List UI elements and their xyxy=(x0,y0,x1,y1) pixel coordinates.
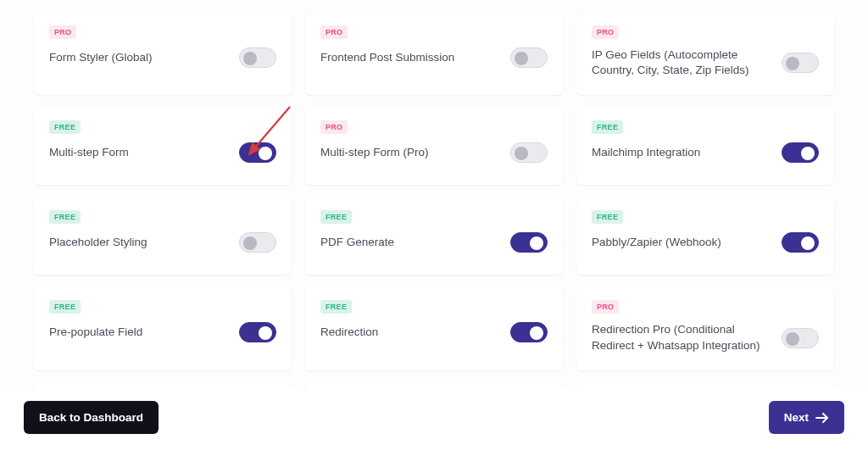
feature-toggle[interactable] xyxy=(782,328,819,348)
tier-badge-pro: PRO xyxy=(320,120,348,134)
feature-card: PRO Form Styler (Global) xyxy=(34,14,292,95)
feature-grid: PRO Form Styler (Global) PRO Frontend Po… xyxy=(0,0,868,418)
tier-badge-free: FREE xyxy=(49,120,81,134)
feature-card: FREE Multi-step Form xyxy=(34,108,292,185)
feature-card: FREE Placeholder Styling xyxy=(34,198,292,275)
tier-badge-pro: PRO xyxy=(592,25,619,39)
feature-title: Mailchimp Integration xyxy=(592,145,700,160)
feature-toggle[interactable] xyxy=(239,322,276,342)
feature-card: FREE Mailchimp Integration xyxy=(576,108,834,185)
feature-title: Multi-step Form xyxy=(49,145,129,160)
feature-toggle[interactable] xyxy=(510,232,548,253)
feature-title: Redirection Pro (Conditional Redirect + … xyxy=(592,322,761,353)
feature-title: IP Geo Fields (Autocomplete Country, Cit… xyxy=(592,47,761,78)
feature-card: PRO IP Geo Fields (Autocomplete Country,… xyxy=(576,14,834,95)
feature-toggle[interactable] xyxy=(510,142,548,163)
feature-title: Multi-step Form (Pro) xyxy=(320,145,429,160)
tier-badge-pro: PRO xyxy=(49,25,76,39)
next-button-label: Next xyxy=(784,411,809,424)
feature-title: Form Styler (Global) xyxy=(49,50,153,65)
feature-title: Frontend Post Submission xyxy=(320,50,454,65)
tier-badge-free: FREE xyxy=(49,210,81,224)
feature-title: Redirection xyxy=(320,325,378,340)
arrow-right-icon xyxy=(815,413,829,423)
tier-badge-pro: PRO xyxy=(592,300,619,314)
tier-badge-free: FREE xyxy=(49,300,81,314)
feature-toggle[interactable] xyxy=(510,47,548,68)
footer-bar: Back to Dashboard Next xyxy=(0,389,868,456)
tier-badge-free: FREE xyxy=(320,210,352,224)
feature-card: PRO Redirection Pro (Conditional Redirec… xyxy=(576,288,834,370)
feature-card: FREE Redirection xyxy=(305,288,563,370)
tier-badge-pro: PRO xyxy=(320,25,348,39)
feature-toggle[interactable] xyxy=(510,322,548,342)
next-button[interactable]: Next xyxy=(769,401,844,434)
feature-toggle[interactable] xyxy=(239,47,276,68)
feature-card: FREE Pre-populate Field xyxy=(34,288,292,370)
tier-badge-free: FREE xyxy=(320,300,352,314)
back-to-dashboard-button[interactable]: Back to Dashboard xyxy=(24,401,159,434)
feature-title: Pabbly/Zapier (Webhook) xyxy=(592,235,721,250)
feature-card: PRO Multi-step Form (Pro) xyxy=(305,108,563,185)
feature-title: PDF Generate xyxy=(320,235,394,250)
tier-badge-free: FREE xyxy=(592,120,623,134)
feature-card: FREE Pabbly/Zapier (Webhook) xyxy=(576,198,834,275)
feature-card: PRO Frontend Post Submission xyxy=(305,14,563,95)
feature-toggle[interactable] xyxy=(239,142,276,163)
feature-toggle[interactable] xyxy=(782,232,819,253)
feature-card: FREE PDF Generate xyxy=(305,198,563,275)
feature-toggle[interactable] xyxy=(782,142,819,163)
feature-toggle[interactable] xyxy=(782,53,819,73)
feature-title: Placeholder Styling xyxy=(49,235,147,250)
tier-badge-free: FREE xyxy=(592,210,623,224)
feature-title: Pre-populate Field xyxy=(49,325,142,340)
feature-toggle[interactable] xyxy=(239,232,276,253)
